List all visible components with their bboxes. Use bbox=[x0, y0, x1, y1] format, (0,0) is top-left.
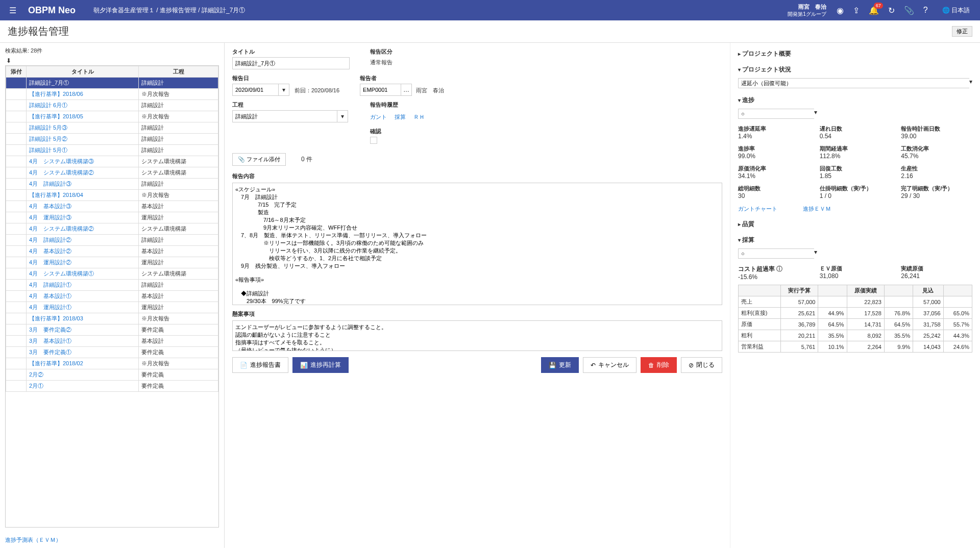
account-icon[interactable]: ◉ bbox=[837, 6, 844, 15]
upload-icon[interactable]: ⇪ bbox=[853, 6, 860, 15]
report-link[interactable]: 3月 要件定義② bbox=[29, 327, 71, 333]
report-link[interactable]: 4月 基本設計③ bbox=[29, 203, 71, 209]
report-link[interactable]: 3月 基本設計① bbox=[29, 338, 71, 344]
help-icon[interactable]: ? bbox=[923, 6, 928, 15]
table-row[interactable]: 【進行基準】2018/05※月次報告 bbox=[6, 111, 218, 122]
report-link[interactable]: 3月 要件定義① bbox=[29, 349, 71, 355]
file-attach-button[interactable]: 📎 ファイル添付 bbox=[232, 153, 286, 166]
confirm-checkbox[interactable] bbox=[370, 137, 377, 144]
issue-textarea[interactable]: エンドユーザーがレビューに参加するように調整すること。 認識の齟齬がないように注… bbox=[232, 320, 722, 351]
table-row[interactable]: 4月 基本設計③基本設計 bbox=[6, 201, 218, 212]
title-input[interactable] bbox=[232, 57, 350, 69]
table-row[interactable]: 4月 システム環境構築①システム環境構築 bbox=[6, 268, 218, 280]
report-link[interactable]: 4月 詳細設計② bbox=[29, 237, 71, 243]
table-row[interactable]: 2月②要件定義 bbox=[6, 369, 218, 381]
close-button[interactable]: ⊘ 閉じる bbox=[681, 357, 722, 373]
section-progress[interactable]: 進捗 bbox=[738, 94, 972, 106]
reporter-lookup-icon[interactable]: … bbox=[401, 84, 412, 96]
table-row[interactable]: 4月 運用設計③運用設計 bbox=[6, 212, 218, 223]
report-link[interactable]: 4月 システム環境構築② bbox=[29, 226, 94, 232]
download-icon[interactable]: ⬇ bbox=[5, 56, 219, 65]
progress-dropdown-icon[interactable]: ▾ bbox=[814, 109, 817, 119]
table-row[interactable]: 詳細設計 5月①詳細設計 bbox=[6, 145, 218, 156]
menu-icon[interactable]: ☰ bbox=[5, 6, 20, 15]
report-link[interactable]: 2月① bbox=[29, 383, 43, 389]
process-input[interactable] bbox=[232, 110, 337, 122]
table-row[interactable]: 3月 要件定義①要件定義 bbox=[6, 347, 218, 358]
table-row[interactable]: 4月 システム環境構築②システム環境構築 bbox=[6, 223, 218, 235]
report-link[interactable]: 【進行基準】2018/04 bbox=[29, 192, 83, 198]
report-link[interactable]: 詳細設計 5月① bbox=[29, 147, 67, 153]
table-row[interactable]: 4月 運用設計②運用設計 bbox=[6, 257, 218, 268]
report-link[interactable]: 4月 運用設計② bbox=[29, 259, 71, 265]
report-link[interactable]: 【進行基準】2018/03 bbox=[29, 315, 83, 321]
attachment-icon[interactable]: 📎 bbox=[904, 6, 914, 15]
language-selector[interactable]: 🌐 日本語 bbox=[937, 6, 970, 15]
table-row[interactable]: 4月 運用設計①運用設計 bbox=[6, 302, 218, 313]
table-row[interactable]: 4月 詳細設計②詳細設計 bbox=[6, 235, 218, 246]
history-icon[interactable]: ↻ bbox=[888, 6, 895, 15]
report-link[interactable]: 4月 運用設計③ bbox=[29, 214, 71, 220]
section-overview[interactable]: プロジェクト概要 bbox=[738, 48, 972, 60]
table-row[interactable]: 詳細設計 5月③詳細設計 bbox=[6, 122, 218, 134]
report-link[interactable]: 詳細設計 5月② bbox=[29, 136, 67, 142]
report-link[interactable]: 4月 システム環境構築① bbox=[29, 270, 94, 277]
history-gantt-link[interactable]: ガント bbox=[370, 112, 387, 122]
table-row[interactable]: 4月 システム環境構築③システム環境構築 bbox=[6, 156, 218, 167]
status-dropdown-icon[interactable]: ▾ bbox=[969, 78, 972, 88]
report-link[interactable]: 2月② bbox=[29, 371, 43, 378]
report-link[interactable]: 4月 運用設計① bbox=[29, 304, 71, 310]
budget-select[interactable] bbox=[738, 248, 814, 259]
report-link[interactable]: 4月 詳細設計③ bbox=[29, 181, 71, 187]
history-rh-link[interactable]: ＲＨ bbox=[413, 112, 425, 122]
report-link[interactable]: 4月 基本設計① bbox=[29, 293, 71, 299]
table-row[interactable]: 3月 要件定義②要件定義 bbox=[6, 324, 218, 336]
table-row[interactable]: 【進行基準】2018/04※月次報告 bbox=[6, 190, 218, 201]
table-row[interactable]: 詳細設計 5月②詳細設計 bbox=[6, 134, 218, 145]
content-textarea[interactable]: «スケジュール» 7月 詳細設計 7/15 完了予定 製造 7/16～8月末予定… bbox=[232, 183, 722, 305]
update-button[interactable]: 💾 更新 bbox=[541, 357, 579, 373]
table-row[interactable]: 4月 詳細設計③詳細設計 bbox=[6, 179, 218, 190]
report-link[interactable]: 4月 システム環境構築② bbox=[29, 169, 94, 176]
info-icon[interactable]: ⓘ bbox=[776, 265, 782, 272]
table-row[interactable]: 4月 詳細設計①詳細設計 bbox=[6, 280, 218, 291]
table-row[interactable]: 4月 基本設計①基本設計 bbox=[6, 291, 218, 302]
report-link[interactable]: 詳細設計 5月③ bbox=[29, 124, 67, 131]
section-status[interactable]: プロジェクト状況 bbox=[738, 64, 972, 76]
table-row[interactable]: 【進行基準】2018/06※月次報告 bbox=[6, 89, 218, 100]
report-link[interactable]: 【進行基準】2018/05 bbox=[29, 113, 83, 119]
table-row[interactable]: 3月 基本設計①基本設計 bbox=[6, 336, 218, 347]
table-row[interactable]: 詳細設計 6月①詳細設計 bbox=[6, 100, 218, 111]
cancel-button[interactable]: ↶ キャンセル bbox=[583, 357, 636, 373]
date-input[interactable] bbox=[232, 84, 278, 96]
forecast-link[interactable]: 進捗予測表（ＥＶＭ） bbox=[5, 535, 219, 545]
history-calc-link[interactable]: 採算 bbox=[395, 112, 406, 122]
table-row[interactable]: 2月①要件定義 bbox=[6, 381, 218, 392]
reporter-code-input[interactable] bbox=[360, 84, 401, 96]
section-quality[interactable]: 品質 bbox=[738, 218, 972, 230]
delete-button[interactable]: 🗑 削除 bbox=[641, 357, 677, 373]
budget-dropdown-icon[interactable]: ▾ bbox=[814, 248, 817, 259]
progress-select[interactable] bbox=[738, 109, 814, 119]
report-link[interactable]: 4月 システム環境構築③ bbox=[29, 158, 94, 164]
gantt-chart-link[interactable]: ガントチャート bbox=[738, 204, 777, 214]
report-link[interactable]: 4月 基本設計② bbox=[29, 248, 71, 254]
date-dropdown-icon[interactable]: ▾ bbox=[278, 84, 289, 96]
table-row[interactable]: 詳細設計_7月①詳細設計 bbox=[6, 78, 218, 89]
process-dropdown-icon[interactable]: ▾ bbox=[337, 110, 348, 122]
report-link[interactable]: 【進行基準】2018/06 bbox=[29, 91, 83, 97]
recalc-button[interactable]: 📊 進捗再計算 bbox=[292, 357, 349, 373]
table-row[interactable]: 【進行基準】2018/03※月次報告 bbox=[6, 313, 218, 324]
notification-icon[interactable]: 🔔67 bbox=[869, 6, 879, 15]
table-row[interactable]: 4月 システム環境構築②システム環境構築 bbox=[6, 167, 218, 179]
section-budget[interactable]: 採算 bbox=[738, 234, 972, 246]
report-doc-button[interactable]: 📄 進捗報告書 bbox=[232, 357, 288, 373]
report-grid[interactable]: 添付 タイトル 工程 詳細設計_7月①詳細設計【進行基準】2018/06※月次報… bbox=[5, 65, 219, 528]
report-link[interactable]: 詳細設計 6月① bbox=[29, 102, 67, 108]
report-link[interactable]: 【進行基準】2018/02 bbox=[29, 360, 83, 366]
edit-button[interactable]: 修正 bbox=[952, 26, 972, 37]
table-row[interactable]: 4月 基本設計②基本設計 bbox=[6, 246, 218, 257]
evm-link[interactable]: 進捗ＥＶＭ bbox=[803, 204, 831, 214]
status-select[interactable] bbox=[738, 78, 969, 88]
table-row[interactable]: 【進行基準】2018/02※月次報告 bbox=[6, 358, 218, 369]
